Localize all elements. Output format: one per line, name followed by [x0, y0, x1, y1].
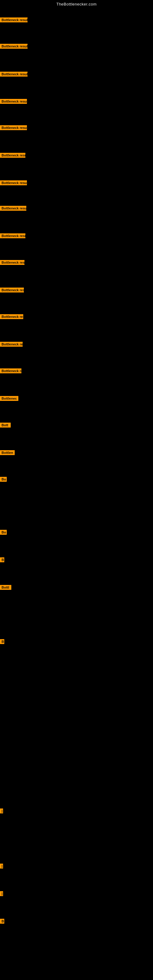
site-title: TheBottlenecker.com — [0, 0, 153, 8]
badge-26: B — [0, 919, 4, 924]
badge-7: Bottleneck result — [0, 180, 27, 185]
badge-3: Bottleneck result — [0, 72, 27, 76]
badge-14: Bottleneck re — [0, 368, 21, 373]
badge-12: Bottleneck res — [0, 314, 23, 319]
badge-6: Bottleneck resul — [0, 153, 26, 158]
badge-23: | — [0, 808, 3, 813]
badge-4: Bottleneck result — [0, 99, 27, 104]
badge-5: Bottleneck result — [0, 125, 27, 130]
badge-1: Bottleneck result — [0, 18, 27, 22]
badge-11: Bottleneck resu — [0, 288, 24, 293]
badge-8: Bottleneck result — [0, 206, 26, 211]
badge-16: Bott — [0, 423, 11, 428]
badge-21: Bottl — [0, 585, 11, 590]
badge-2: Bottleneck result — [0, 44, 27, 49]
badge-18: Bo — [0, 477, 7, 482]
badge-20: B — [0, 557, 4, 562]
badge-24: | — [0, 864, 3, 869]
badge-15: Bottlenec — [0, 396, 18, 401]
badge-19: Bo — [0, 530, 7, 535]
badge-22: B — [0, 639, 4, 644]
badge-10: Bottleneck resu — [0, 260, 24, 265]
badge-9: Bottleneck resul — [0, 233, 26, 238]
badge-25: | — [0, 891, 3, 896]
badge-13: Bottleneck res — [0, 342, 22, 347]
badge-17: Bottlen — [0, 450, 15, 455]
